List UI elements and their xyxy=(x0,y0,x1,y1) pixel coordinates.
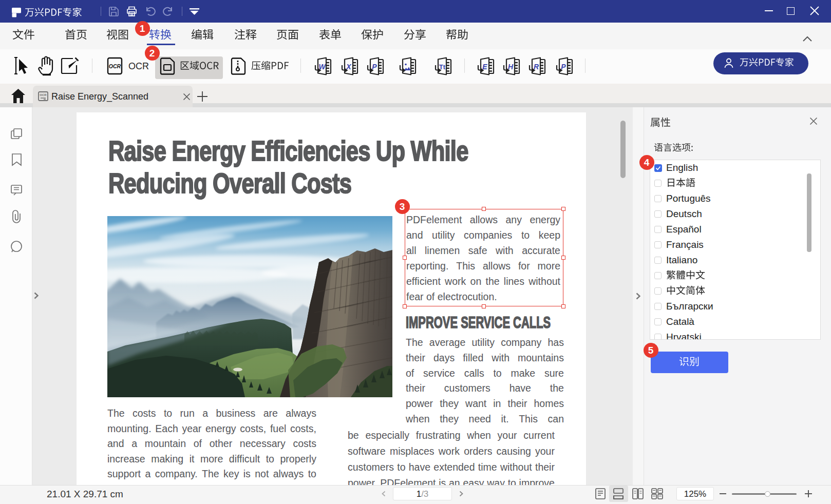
svg-text:X: X xyxy=(346,63,352,71)
svg-text:R: R xyxy=(534,63,539,71)
svg-text:OCR: OCR xyxy=(40,93,47,96)
svg-text:H: H xyxy=(508,63,514,71)
svg-text:Tt: Tt xyxy=(439,63,446,71)
svg-text:P: P xyxy=(561,63,566,71)
svg-text:P: P xyxy=(372,63,377,71)
svg-text:W: W xyxy=(318,63,326,71)
svg-text:E: E xyxy=(482,63,487,71)
svg-text:OCR: OCR xyxy=(109,63,121,69)
